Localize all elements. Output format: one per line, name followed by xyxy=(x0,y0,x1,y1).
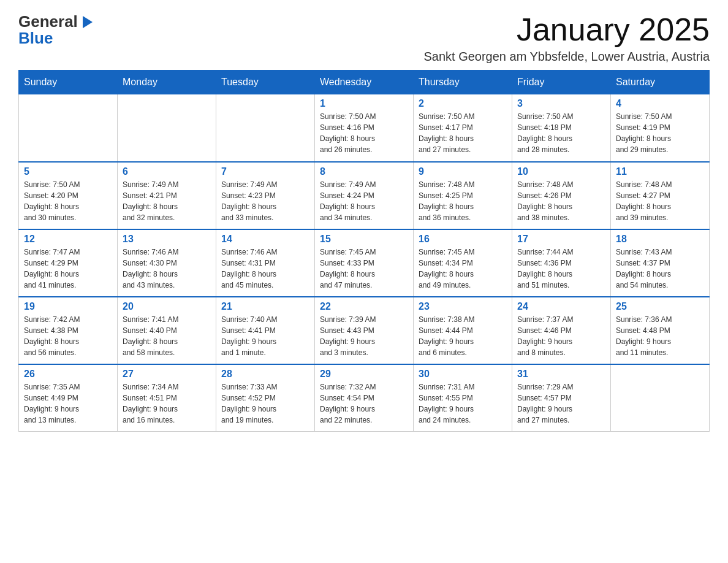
table-row xyxy=(19,94,118,162)
day-number: 1 xyxy=(320,98,408,109)
day-info: Sunrise: 7:50 AM Sunset: 4:20 PM Dayligh… xyxy=(24,179,112,223)
table-row: 29Sunrise: 7:32 AM Sunset: 4:54 PM Dayli… xyxy=(315,364,414,432)
day-number: 8 xyxy=(320,166,408,177)
table-row: 12Sunrise: 7:47 AM Sunset: 4:29 PM Dayli… xyxy=(19,229,118,297)
header-thursday: Thursday xyxy=(414,71,512,94)
day-number: 25 xyxy=(616,301,704,312)
table-row: 14Sunrise: 7:46 AM Sunset: 4:31 PM Dayli… xyxy=(216,229,315,297)
day-number: 14 xyxy=(221,234,309,245)
table-row xyxy=(118,94,216,162)
table-row: 15Sunrise: 7:45 AM Sunset: 4:33 PM Dayli… xyxy=(315,229,414,297)
table-row: 25Sunrise: 7:36 AM Sunset: 4:48 PM Dayli… xyxy=(611,297,710,364)
logo-arrow-icon xyxy=(79,13,96,31)
month-title: January 2025 xyxy=(423,12,710,47)
table-row: 2Sunrise: 7:50 AM Sunset: 4:17 PM Daylig… xyxy=(414,94,512,162)
day-number: 16 xyxy=(419,234,507,245)
header-saturday: Saturday xyxy=(611,71,710,94)
header-monday: Monday xyxy=(118,71,216,94)
location-subtitle: Sankt Georgen am Ybbsfelde, Lower Austri… xyxy=(423,50,710,64)
day-number: 20 xyxy=(123,301,211,312)
day-info: Sunrise: 7:37 AM Sunset: 4:46 PM Dayligh… xyxy=(517,314,605,358)
page-header: General Blue January 2025 Sankt Georgen … xyxy=(18,12,710,64)
table-row: 6Sunrise: 7:49 AM Sunset: 4:21 PM Daylig… xyxy=(118,162,216,229)
header-sunday: Sunday xyxy=(19,71,118,94)
day-number: 31 xyxy=(517,369,605,380)
logo-blue-text: Blue xyxy=(18,29,53,48)
day-info: Sunrise: 7:33 AM Sunset: 4:52 PM Dayligh… xyxy=(221,381,309,426)
day-number: 21 xyxy=(221,301,309,312)
day-info: Sunrise: 7:46 AM Sunset: 4:31 PM Dayligh… xyxy=(221,247,309,291)
day-number: 27 xyxy=(123,369,211,380)
table-row: 23Sunrise: 7:38 AM Sunset: 4:44 PM Dayli… xyxy=(414,297,512,364)
day-number: 3 xyxy=(517,98,605,109)
day-info: Sunrise: 7:32 AM Sunset: 4:54 PM Dayligh… xyxy=(320,381,408,426)
table-row: 22Sunrise: 7:39 AM Sunset: 4:43 PM Dayli… xyxy=(315,297,414,364)
day-number: 11 xyxy=(616,166,704,177)
calendar-header-row: Sunday Monday Tuesday Wednesday Thursday… xyxy=(19,71,710,94)
day-info: Sunrise: 7:47 AM Sunset: 4:29 PM Dayligh… xyxy=(24,247,112,291)
day-info: Sunrise: 7:42 AM Sunset: 4:38 PM Dayligh… xyxy=(24,314,112,358)
day-info: Sunrise: 7:50 AM Sunset: 4:18 PM Dayligh… xyxy=(517,111,605,155)
table-row: 21Sunrise: 7:40 AM Sunset: 4:41 PM Dayli… xyxy=(216,297,315,364)
table-row: 9Sunrise: 7:48 AM Sunset: 4:25 PM Daylig… xyxy=(414,162,512,229)
day-number: 9 xyxy=(419,166,507,177)
day-info: Sunrise: 7:31 AM Sunset: 4:55 PM Dayligh… xyxy=(419,381,507,426)
day-number: 5 xyxy=(24,166,112,177)
day-info: Sunrise: 7:40 AM Sunset: 4:41 PM Dayligh… xyxy=(221,314,309,358)
table-row: 1Sunrise: 7:50 AM Sunset: 4:16 PM Daylig… xyxy=(315,94,414,162)
table-row: 3Sunrise: 7:50 AM Sunset: 4:18 PM Daylig… xyxy=(512,94,611,162)
day-info: Sunrise: 7:50 AM Sunset: 4:16 PM Dayligh… xyxy=(320,111,408,155)
day-number: 23 xyxy=(419,301,507,312)
day-number: 24 xyxy=(517,301,605,312)
day-info: Sunrise: 7:36 AM Sunset: 4:48 PM Dayligh… xyxy=(616,314,704,358)
day-number: 13 xyxy=(123,234,211,245)
table-row: 27Sunrise: 7:34 AM Sunset: 4:51 PM Dayli… xyxy=(118,364,216,432)
calendar-week-5: 26Sunrise: 7:35 AM Sunset: 4:49 PM Dayli… xyxy=(19,364,710,432)
calendar-week-1: 1Sunrise: 7:50 AM Sunset: 4:16 PM Daylig… xyxy=(19,94,710,162)
day-number: 6 xyxy=(123,166,211,177)
table-row: 17Sunrise: 7:44 AM Sunset: 4:36 PM Dayli… xyxy=(512,229,611,297)
table-row: 19Sunrise: 7:42 AM Sunset: 4:38 PM Dayli… xyxy=(19,297,118,364)
day-number: 22 xyxy=(320,301,408,312)
calendar-week-3: 12Sunrise: 7:47 AM Sunset: 4:29 PM Dayli… xyxy=(19,229,710,297)
day-number: 2 xyxy=(419,98,507,109)
day-info: Sunrise: 7:39 AM Sunset: 4:43 PM Dayligh… xyxy=(320,314,408,358)
day-number: 7 xyxy=(221,166,309,177)
day-info: Sunrise: 7:45 AM Sunset: 4:34 PM Dayligh… xyxy=(419,247,507,291)
day-number: 29 xyxy=(320,369,408,380)
table-row: 7Sunrise: 7:49 AM Sunset: 4:23 PM Daylig… xyxy=(216,162,315,229)
day-number: 30 xyxy=(419,369,507,380)
table-row: 24Sunrise: 7:37 AM Sunset: 4:46 PM Dayli… xyxy=(512,297,611,364)
table-row: 5Sunrise: 7:50 AM Sunset: 4:20 PM Daylig… xyxy=(19,162,118,229)
day-info: Sunrise: 7:49 AM Sunset: 4:24 PM Dayligh… xyxy=(320,179,408,223)
day-info: Sunrise: 7:49 AM Sunset: 4:21 PM Dayligh… xyxy=(123,179,211,223)
day-info: Sunrise: 7:29 AM Sunset: 4:57 PM Dayligh… xyxy=(517,381,605,426)
table-row: 10Sunrise: 7:48 AM Sunset: 4:26 PM Dayli… xyxy=(512,162,611,229)
table-row: 13Sunrise: 7:46 AM Sunset: 4:30 PM Dayli… xyxy=(118,229,216,297)
day-number: 17 xyxy=(517,234,605,245)
day-info: Sunrise: 7:43 AM Sunset: 4:37 PM Dayligh… xyxy=(616,247,704,291)
table-row: 8Sunrise: 7:49 AM Sunset: 4:24 PM Daylig… xyxy=(315,162,414,229)
day-info: Sunrise: 7:38 AM Sunset: 4:44 PM Dayligh… xyxy=(419,314,507,358)
title-block: January 2025 Sankt Georgen am Ybbsfelde,… xyxy=(423,12,710,64)
day-number: 4 xyxy=(616,98,704,109)
day-number: 28 xyxy=(221,369,309,380)
table-row xyxy=(611,364,710,432)
day-info: Sunrise: 7:46 AM Sunset: 4:30 PM Dayligh… xyxy=(123,247,211,291)
logo: General Blue xyxy=(18,12,96,48)
calendar-week-4: 19Sunrise: 7:42 AM Sunset: 4:38 PM Dayli… xyxy=(19,297,710,364)
table-row: 11Sunrise: 7:48 AM Sunset: 4:27 PM Dayli… xyxy=(611,162,710,229)
header-wednesday: Wednesday xyxy=(315,71,414,94)
day-info: Sunrise: 7:45 AM Sunset: 4:33 PM Dayligh… xyxy=(320,247,408,291)
day-info: Sunrise: 7:50 AM Sunset: 4:19 PM Dayligh… xyxy=(616,111,704,155)
day-info: Sunrise: 7:41 AM Sunset: 4:40 PM Dayligh… xyxy=(123,314,211,358)
day-number: 15 xyxy=(320,234,408,245)
day-number: 10 xyxy=(517,166,605,177)
day-info: Sunrise: 7:35 AM Sunset: 4:49 PM Dayligh… xyxy=(24,381,112,426)
table-row: 31Sunrise: 7:29 AM Sunset: 4:57 PM Dayli… xyxy=(512,364,611,432)
table-row: 16Sunrise: 7:45 AM Sunset: 4:34 PM Dayli… xyxy=(414,229,512,297)
day-number: 12 xyxy=(24,234,112,245)
svg-marker-0 xyxy=(83,16,93,28)
table-row: 28Sunrise: 7:33 AM Sunset: 4:52 PM Dayli… xyxy=(216,364,315,432)
table-row: 4Sunrise: 7:50 AM Sunset: 4:19 PM Daylig… xyxy=(611,94,710,162)
